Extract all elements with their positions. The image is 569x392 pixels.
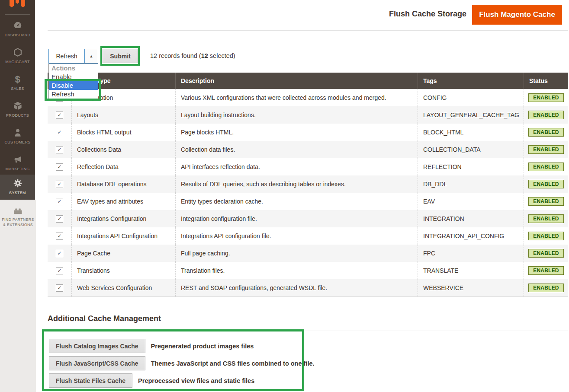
row-checkbox[interactable]: ✓ (56, 163, 63, 171)
dropdown-option-enable[interactable]: Enable (49, 73, 98, 81)
sidebar-item-marketing[interactable]: MARKETING (0, 155, 35, 171)
column-header-tags: Tags (418, 73, 524, 89)
tags-cell: DB_DDL (418, 175, 524, 193)
table-row: ✓Integrations ConfigurationIntegration c… (48, 210, 568, 227)
sidebar-item-dashboard[interactable]: DASHBOARD (0, 21, 35, 37)
checkbox-cell: ✓ (48, 279, 71, 296)
sidebar-item-label: SALES (0, 86, 35, 91)
flush-catalog-images-cache-button[interactable]: Flush Catalog Images Cache (49, 339, 145, 353)
tags-cell: INTEGRATION_API_CONFIG (418, 227, 524, 245)
cache-management-page: DASHBOARDMAGICCART$SALESPRODUCTSCUSTOMER… (0, 0, 569, 392)
tags-cell: LAYOUT_GENERAL_CACHE_TAG (418, 106, 524, 124)
cache-type-cell: Collections Data (71, 141, 175, 158)
table-row: ✓TranslationsTranslation files.TRANSLATE… (48, 262, 568, 279)
flush-action-row: Flush JavaScript/CSS CacheThemes JavaScr… (49, 356, 315, 370)
mass-action-select[interactable]: Refresh ▲ (48, 49, 98, 64)
status-badge: ENABLED (528, 145, 563, 154)
marketing-icon (0, 155, 35, 165)
flush-javascript-css-cache-button[interactable]: Flush JavaScript/CSS Cache (49, 356, 145, 370)
dropdown-option-disable[interactable]: Disable (49, 81, 98, 90)
sidebar-item-label: SYSTEM (0, 191, 35, 195)
cache-type-cell: Database DDL operations (71, 175, 175, 193)
tags-cell: REFLECTION (418, 158, 524, 175)
additional-cache-heading: Additional Cache Management (48, 314, 161, 323)
description-cell: Collection data files. (175, 141, 418, 158)
flush-action-description: Preprocessed view files and static files (138, 377, 254, 384)
sidebar-item-label: MAGICCART (0, 60, 35, 64)
flush-cache-storage-button[interactable]: Flush Cache Storage (389, 10, 466, 19)
sidebar-divider (5, 14, 30, 15)
row-checkbox[interactable]: ✓ (56, 146, 63, 153)
description-cell: Various XML configurations that were col… (175, 89, 418, 106)
tags-cell: CONFIG (418, 89, 524, 106)
status-cell: ENABLED (524, 279, 568, 296)
table-row: ✓Collections DataCollection data files.C… (48, 141, 568, 158)
tags-cell: EAV (418, 193, 524, 210)
cache-type-cell: Layouts (71, 106, 175, 124)
row-checkbox[interactable]: ✓ (56, 250, 63, 257)
row-checkbox[interactable]: ✓ (56, 112, 63, 119)
sidebar-item-customers[interactable]: CUSTOMERS (0, 128, 35, 144)
tags-cell: COLLECTION_DATA (418, 141, 524, 158)
sidebar-item-system[interactable]: SYSTEM (0, 175, 35, 200)
flush-action-row: Flush Static Files CachePreprocessed vie… (49, 373, 254, 388)
description-cell: Results of DDL queries, such as describi… (175, 175, 418, 193)
sidebar-item-products[interactable]: PRODUCTS (0, 101, 35, 118)
description-cell: Integrations API configuration file. (175, 227, 418, 245)
description-cell: Page blocks HTML. (175, 124, 418, 141)
tags-cell: WEBSERVICE (418, 279, 524, 296)
row-checkbox[interactable]: ✓ (56, 198, 63, 205)
find-partners-label-line2: & EXTENSIONS (0, 222, 36, 227)
row-checkbox[interactable]: ✓ (56, 181, 63, 188)
sidebar-item-magiccart[interactable]: MAGICCART (0, 48, 35, 64)
description-cell: Layout building instructions. (175, 106, 418, 124)
flush-static-files-cache-button[interactable]: Flush Static Files Cache (49, 373, 132, 388)
row-checkbox[interactable]: ✓ (56, 215, 63, 223)
column-header-description: Description (175, 73, 418, 89)
checkbox-cell: ✓ (48, 141, 71, 158)
checkbox-cell: ✓ (48, 106, 71, 124)
cache-type-cell: EAV types and attributes (71, 193, 175, 210)
cache-type-cell: Page Cache (71, 245, 175, 262)
submit-button[interactable]: Submit (103, 49, 138, 63)
magento-logo-icon[interactable] (9, 0, 26, 10)
caret-up-icon[interactable]: ▲ (84, 49, 98, 63)
checkbox-cell: ✓ (48, 193, 71, 210)
checkbox-cell: ✓ (48, 158, 71, 175)
sidebar-item-find-partners[interactable]: FIND PARTNERS & EXTENSIONS (0, 206, 36, 227)
table-row: ✓Integrations API ConfigurationIntegrati… (48, 227, 568, 245)
status-badge: ENABLED (528, 266, 563, 275)
description-cell: Translation files. (175, 262, 418, 279)
checkbox-cell: ✓ (48, 262, 71, 279)
additional-section-divider (48, 331, 568, 331)
column-header-status: Status (524, 73, 568, 89)
row-checkbox[interactable]: ✓ (56, 284, 63, 292)
checkbox-cell: ✓ (48, 227, 71, 245)
status-badge: ENABLED (528, 128, 563, 137)
checkbox-cell: ✓ (48, 245, 71, 262)
row-checkbox[interactable]: ✓ (56, 233, 63, 240)
find-partners-label-line1: FIND PARTNERS (0, 217, 36, 222)
mass-action-selected-value: Refresh (49, 49, 84, 63)
flush-magento-cache-button[interactable]: Flush Magento Cache (472, 5, 562, 25)
status-cell: ENABLED (524, 89, 568, 106)
checkbox-cell: ✓ (48, 124, 71, 141)
status-badge: ENABLED (528, 93, 563, 102)
table-row: ✓Web Services ConfigurationREST and SOAP… (48, 279, 568, 296)
status-cell: ENABLED (524, 124, 568, 141)
row-checkbox[interactable]: ✓ (56, 129, 63, 136)
checkbox-cell: ✓ (48, 210, 71, 227)
sidebar-item-label: MARKETING (0, 167, 35, 171)
sidebar-item-sales[interactable]: $SALES (0, 74, 35, 91)
table-row: ✓Reflection DataAPI interfaces reflectio… (48, 158, 568, 175)
mass-action-dropdown: Actions EnableDisableRefresh (48, 64, 98, 99)
cache-type-cell: Translations (71, 262, 175, 279)
dropdown-option-refresh[interactable]: Refresh (49, 90, 98, 99)
sidebar-rail (0, 200, 36, 392)
sidebar-item-label: PRODUCTS (0, 113, 35, 118)
dropdown-group-label: Actions (49, 64, 98, 73)
tags-cell: BLOCK_HTML (418, 124, 524, 141)
row-checkbox[interactable]: ✓ (56, 267, 63, 274)
status-badge: ENABLED (528, 232, 563, 240)
checkbox-cell: ✓ (48, 175, 71, 193)
